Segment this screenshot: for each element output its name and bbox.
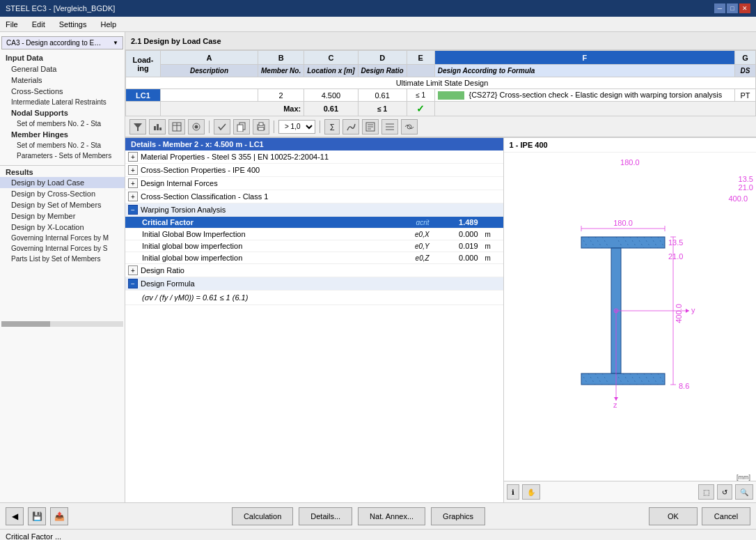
graphics-button[interactable]: Graphics: [431, 507, 485, 525]
sidebar-subitem-params[interactable]: Parameters - Sets of Members: [0, 151, 125, 161]
expand-material[interactable]: +: [128, 152, 138, 162]
expand-cross-section[interactable]: +: [128, 165, 138, 175]
tree-row-material[interactable]: + Material Properties - Steel S 355 | EN…: [125, 151, 503, 164]
expand-internal-forces[interactable]: +: [128, 178, 138, 188]
nat-annex-button[interactable]: Nat. Annex...: [358, 507, 425, 525]
z-axis-label: z: [613, 401, 617, 409]
sidebar-item-general-data[interactable]: General Data: [0, 63, 125, 75]
diagram-btn[interactable]: [342, 119, 359, 134]
tree-row-internal-forces[interactable]: + Design Internal Forces: [125, 177, 503, 190]
svg-rect-22: [581, 237, 665, 248]
bow-x-unit: m: [482, 229, 503, 240]
info-btn[interactable]: ℹ: [507, 484, 519, 500]
rotate-btn[interactable]: ↺: [717, 484, 732, 500]
tree-row-warping[interactable]: − Warping Torsion Analysis: [125, 203, 503, 217]
sidebar-subitem-nodal-1[interactable]: Set of members No. 2 - Sta: [0, 118, 125, 129]
sidebar-subitem-member-1[interactable]: Set of members No. 2 - Sta: [0, 140, 125, 151]
sidebar-item-design-member[interactable]: Design by Member: [0, 210, 125, 222]
copy-btn[interactable]: [233, 119, 250, 134]
expand-warping[interactable]: −: [128, 205, 138, 215]
flange-thickness-dim: 13.5: [668, 238, 683, 247]
formula-btn[interactable]: ∑: [324, 119, 340, 134]
sidebar-item-nodal-supports[interactable]: Nodal Supports: [0, 107, 125, 118]
critical-factor-label: Critical Factor: [125, 217, 392, 228]
maximize-button[interactable]: □: [727, 3, 738, 13]
tree-row-cross-section[interactable]: + Cross-Section Properties - IPE 400: [125, 164, 503, 177]
sidebar-item-design-load-case[interactable]: Design by Load Case: [0, 177, 125, 188]
tree-row-design-formula[interactable]: − Design Formula: [125, 277, 503, 291]
hand-btn[interactable]: ✋: [522, 484, 540, 500]
menu-help[interactable]: Help: [97, 19, 119, 30]
warping-section: Critical Factor αcrit 1.489 Initial Glob…: [125, 217, 503, 264]
export-diag-btn[interactable]: ⬚: [698, 484, 714, 500]
col-e-sub: [407, 65, 434, 77]
save-btn[interactable]: 💾: [28, 507, 46, 525]
menu-edit[interactable]: Edit: [29, 19, 48, 30]
checkmark-icon: ✓: [416, 103, 425, 114]
bow-x-label: Initial Global Bow Imperfection: [125, 229, 392, 240]
menu-file[interactable]: File: [3, 19, 21, 30]
title-bar-buttons: ─ □ ✕: [714, 3, 750, 13]
bottom-center-buttons: Calculation Details... Nat. Annex... Gra…: [232, 507, 485, 525]
checkmark-cell: ✓: [407, 102, 434, 116]
sidebar-item-design-cross-section[interactable]: Design by Cross-Section: [0, 188, 125, 199]
ca-dropdown-icon[interactable]: ▼: [113, 40, 118, 46]
view-btn[interactable]: [401, 119, 418, 134]
svg-marker-54: [686, 309, 689, 313]
sidebar-item-parts-list[interactable]: Parts List by Set of Members: [0, 254, 125, 264]
zoom-btn[interactable]: 🔍: [735, 484, 753, 500]
export-btn[interactable]: 📤: [50, 507, 68, 525]
bow-y-symbol: e0,Y: [392, 241, 434, 252]
sidebar-item-cross-sections[interactable]: Cross-Sections: [0, 86, 125, 97]
details-button[interactable]: Details...: [299, 507, 352, 525]
sidebar-item-governing-forces-s[interactable]: Governing Internal Forces by S: [0, 243, 125, 254]
diagram-toolbar: ℹ ✋ ⬚ ↺ 🔍: [504, 481, 756, 502]
menu-settings[interactable]: Settings: [56, 19, 90, 30]
col-d-sub: Design Ratio: [358, 65, 407, 77]
ratio-select[interactable]: > 1,0: [278, 120, 315, 134]
minimize-button[interactable]: ─: [714, 3, 725, 13]
formula-text: (σv / (fy / γM0)) = 0.61 ≤ 1 (6.1): [142, 293, 248, 302]
table-row[interactable]: LC1 2 4.500 0.61 ≤ 1 {CS272} Cross-secti…: [126, 89, 756, 102]
filter-icon-btn[interactable]: [129, 119, 146, 134]
bow-y-value: 0.019: [434, 240, 482, 252]
main-layout: CA3 - Design according to Euro ▼ Input D…: [0, 32, 756, 502]
critical-factor-symbol: αcrit: [392, 217, 434, 228]
graph-btn[interactable]: [149, 119, 166, 134]
sidebar-item-design-x-location[interactable]: Design by X-Location: [0, 222, 125, 233]
svg-rect-24: [581, 373, 665, 385]
close-button[interactable]: ✕: [739, 3, 750, 13]
back-btn[interactable]: ◀: [6, 507, 24, 525]
sidebar-item-design-set-members[interactable]: Design by Set of Members: [0, 199, 125, 210]
check-btn[interactable]: [214, 119, 230, 134]
input-data-section: Input Data General Data Materials Cross-…: [0, 51, 125, 162]
calculation-button[interactable]: Calculation: [232, 507, 293, 525]
tree-row-design-ratio[interactable]: + Design Ratio: [125, 264, 503, 277]
expand-design-formula[interactable]: −: [128, 279, 138, 288]
height-label: 400.0: [728, 194, 748, 203]
col-b-sub: Member No.: [258, 65, 304, 77]
tree-row-classification[interactable]: + Cross-Section Classification - Class 1: [125, 190, 503, 203]
settings-btn[interactable]: [188, 119, 205, 134]
sidebar-item-governing-forces-m[interactable]: Governing Internal Forces by M: [0, 233, 125, 243]
detail-btn[interactable]: [362, 119, 379, 134]
col-b-header: B: [258, 51, 304, 65]
table-icon: [172, 122, 182, 132]
bow-x-symbol: e0,X: [392, 229, 434, 240]
col-g-header: G: [735, 51, 756, 65]
lc1-cell[interactable]: LC1: [126, 89, 161, 102]
expand-design-ratio[interactable]: +: [128, 265, 138, 275]
sidebar-item-materials[interactable]: Materials: [0, 75, 125, 86]
desc-cell: [161, 89, 258, 102]
ca-selector[interactable]: CA3 - Design according to Euro ▼: [1, 36, 123, 49]
list-btn[interactable]: [381, 119, 398, 134]
cancel-button[interactable]: Cancel: [702, 507, 750, 525]
sidebar-item-member-hinges[interactable]: Member Hinges: [0, 129, 125, 140]
status-bar: Critical Factor ...: [0, 529, 756, 540]
classification-label: Cross-Section Classification - Class 1: [141, 192, 268, 201]
table-btn[interactable]: [168, 119, 185, 134]
sidebar-item-lateral-restraints[interactable]: Intermediate Lateral Restraints: [0, 97, 125, 107]
print-btn[interactable]: [253, 119, 269, 134]
ok-button[interactable]: OK: [649, 507, 698, 525]
expand-classification[interactable]: +: [128, 192, 138, 201]
